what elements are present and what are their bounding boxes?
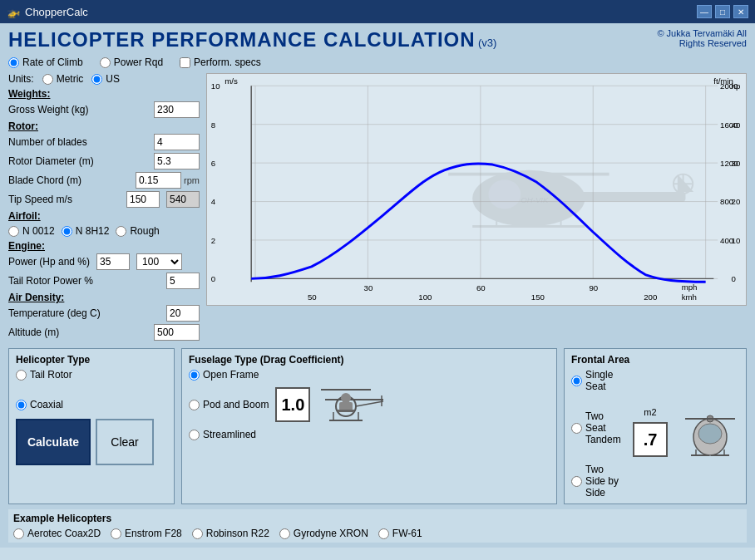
airfoil-radio-row: N 0012 N 8H12 Rough [8, 225, 200, 237]
altitude-row: Altitude (m) [8, 324, 200, 341]
tail-rotor-input[interactable] [166, 273, 200, 289]
engine-label: Engine: [8, 240, 200, 252]
metric-radio[interactable]: Metric [42, 73, 84, 85]
svg-text:OH-VIK: OH-VIK [521, 195, 549, 204]
svg-text:40: 40 [732, 120, 741, 130]
fuselage-icon [317, 375, 392, 435]
gross-weight-input[interactable] [154, 101, 200, 118]
svg-text:90: 90 [589, 283, 598, 292]
app-version: (v3) [478, 37, 496, 49]
gross-weight-label: Gross Weight (kg) [8, 104, 154, 115]
blades-row: Number of blades [8, 134, 200, 150]
us-radio[interactable]: US [91, 73, 120, 85]
air-density-section: Air Density: Temperature (deg C) Altitud… [8, 292, 200, 341]
maximize-button[interactable]: □ [715, 5, 730, 18]
fw61-radio[interactable]: FW-61 [378, 528, 422, 539]
engine-section: Engine: Power (Hp and %) 100 75 50 Tail … [8, 240, 200, 289]
tail-rotor-label: Tail Rotor Power % [8, 275, 166, 287]
calculate-button[interactable]: Calculate [16, 419, 91, 465]
tail-rotor-radio[interactable]: Tail Rotor [16, 369, 167, 381]
gross-weight-row: Gross Weight (kg) [8, 101, 200, 118]
svg-point-67 [698, 424, 722, 444]
helicopter-type-box: Helicopter Type Tail Rotor Coaxial Calcu… [8, 348, 175, 504]
power-pct-select[interactable]: 100 75 50 [136, 253, 182, 270]
tip-speed-input[interactable] [126, 191, 160, 208]
svg-text:30: 30 [732, 159, 741, 168]
svg-text:60: 60 [476, 283, 486, 292]
svg-text:2: 2 [211, 236, 215, 245]
robinson-radio[interactable]: Robinson R22 [192, 528, 269, 539]
diameter-label: Rotor Diameter (m) [8, 155, 154, 167]
altitude-input[interactable] [154, 324, 200, 341]
title-bar: 🚁 ChopperCalc — □ ✕ [0, 0, 755, 23]
frontal-value-input[interactable] [633, 422, 668, 457]
svg-text:30: 30 [364, 283, 373, 292]
app-icon: 🚁 [7, 6, 20, 18]
weights-section: Weights: Gross Weight (kg) [8, 88, 200, 118]
n8h12-radio[interactable]: N 8H12 [62, 225, 110, 237]
frontal-icon [681, 404, 739, 464]
single-seat-radio[interactable]: Single Seat [571, 369, 621, 392]
svg-rect-58 [339, 402, 353, 410]
power-rqd-radio[interactable]: Power Rqd [100, 56, 163, 68]
enstrom-radio[interactable]: Enstrom F28 [111, 528, 182, 539]
chord-label: Blade Chord (m) [8, 174, 136, 186]
svg-text:0: 0 [211, 274, 215, 283]
svg-text:hp: hp [732, 81, 741, 91]
window-title: ChopperCalc [25, 6, 88, 18]
chart-area: OH-VIK 10 [206, 73, 747, 306]
temp-row: Temperature (deg C) [8, 305, 200, 322]
blades-input[interactable] [154, 134, 200, 150]
rough-radio[interactable]: Rough [116, 225, 159, 237]
clear-button[interactable]: Clear [96, 419, 154, 465]
svg-text:mph: mph [682, 282, 698, 292]
button-row: Calculate Clear [16, 414, 167, 465]
left-panel: Units: Metric US Weights: Gross Weight (… [8, 73, 200, 343]
svg-text:ft/min: ft/min [713, 76, 733, 86]
perf-specs-checkbox[interactable]: Perform. specs [180, 56, 261, 68]
svg-text:10: 10 [732, 236, 741, 245]
weights-label: Weights: [8, 88, 200, 100]
svg-text:4: 4 [211, 197, 216, 206]
header-row: HELICOPTER PERFORMANCE CALCULATION (v3) … [8, 28, 747, 52]
main-content: HELICOPTER PERFORMANCE CALCULATION (v3) … [0, 23, 755, 548]
temp-input[interactable] [166, 305, 200, 322]
svg-text:0: 0 [732, 274, 736, 283]
power-input[interactable] [96, 253, 130, 270]
n0012-radio[interactable]: N 0012 [8, 225, 55, 237]
mode-radio-row: Rate of Climb Power Rqd Perform. specs [8, 56, 747, 68]
pod-and-boom-radio[interactable]: Pod and Boom [189, 399, 269, 410]
svg-rect-2 [581, 192, 686, 202]
rpm-unit: rpm [184, 175, 200, 185]
minimize-button[interactable]: — [697, 5, 712, 18]
app-title: HELICOPTER PERFORMANCE CALCULATION [8, 28, 476, 52]
aerotec-radio[interactable]: Aerotec Coax2D [13, 528, 101, 539]
rotor-section: Rotor: Number of blades Rotor Diameter (… [8, 120, 200, 208]
two-seat-tandem-radio[interactable]: Two Seat Tandem [571, 410, 621, 445]
gyrodyne-radio[interactable]: Gyrodyne XRON [279, 528, 368, 539]
rate-of-climb-radio[interactable]: Rate of Climb [8, 56, 83, 68]
two-side-by-side-radio[interactable]: Two Side by Side [571, 464, 621, 499]
svg-text:100: 100 [418, 292, 432, 302]
tip-speed-calc [166, 191, 200, 208]
svg-text:8: 8 [211, 120, 215, 130]
air-density-label: Air Density: [8, 292, 200, 303]
svg-rect-59 [338, 410, 354, 412]
coaxial-radio[interactable]: Coaxial [16, 399, 167, 410]
open-frame-radio[interactable]: Open Frame [189, 369, 269, 381]
fuselage-radio-group: Open Frame Pod and Boom Streamlined [189, 369, 269, 440]
chord-input[interactable] [136, 172, 181, 189]
svg-point-9 [489, 179, 521, 209]
streamlined-radio[interactable]: Streamlined [189, 429, 269, 440]
diameter-row: Rotor Diameter (m) [8, 153, 200, 169]
svg-text:10: 10 [211, 81, 220, 91]
svg-line-63 [356, 401, 383, 406]
frontal-area-box: Frontal Area Single Seat Two Seat Tandem [564, 348, 747, 504]
tip-speed-label: Tip Speed m/s [8, 194, 123, 205]
diameter-input[interactable] [154, 153, 200, 169]
chord-row: Blade Chord (m) rpm [8, 172, 200, 189]
svg-point-57 [341, 393, 351, 403]
units-label: Units: [8, 73, 34, 85]
svg-text:m/s: m/s [225, 76, 238, 86]
close-button[interactable]: ✕ [733, 5, 748, 18]
